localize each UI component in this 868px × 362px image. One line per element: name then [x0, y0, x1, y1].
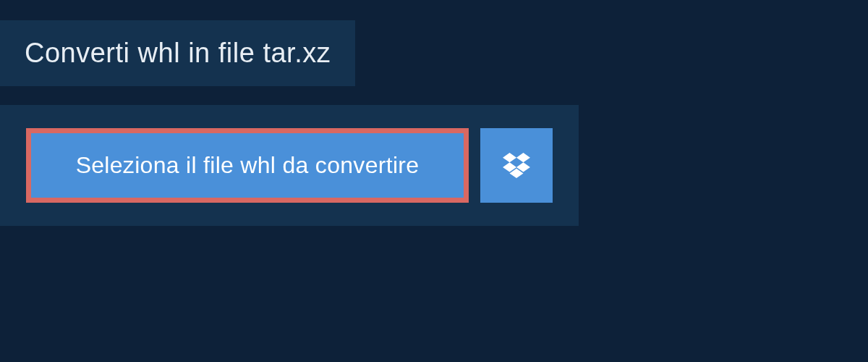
- upload-panel: Seleziona il file whl da convertire: [0, 105, 579, 226]
- dropbox-icon: [503, 153, 530, 179]
- select-file-button[interactable]: Seleziona il file whl da convertire: [26, 128, 469, 203]
- button-row: Seleziona il file whl da convertire: [26, 128, 553, 203]
- page-title: Converti whl in file tar.xz: [25, 38, 331, 69]
- dropbox-button[interactable]: [480, 128, 553, 203]
- header-tab: Converti whl in file tar.xz: [0, 20, 355, 86]
